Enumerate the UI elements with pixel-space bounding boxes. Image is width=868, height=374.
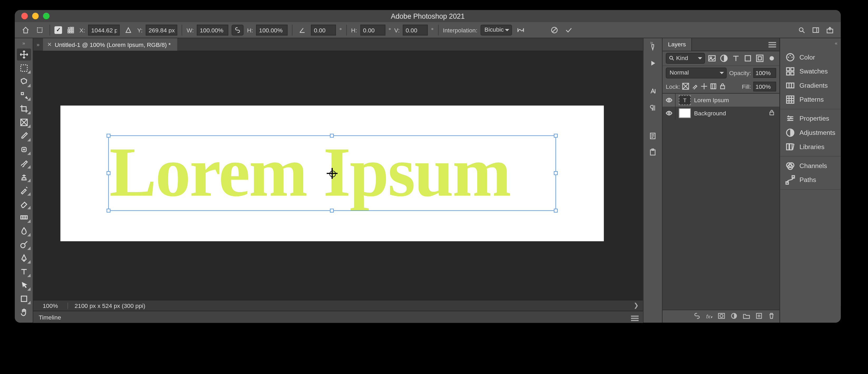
home-icon[interactable]: [20, 25, 31, 35]
document-info[interactable]: 2100 px x 524 px (300 ppi): [68, 302, 629, 309]
tabs-chevron[interactable]: »: [33, 38, 43, 50]
layers-panel-menu-icon[interactable]: [769, 38, 779, 50]
document-tab[interactable]: ✕ Untitled-1 @ 100% (Lorem Ipsum, RGB/8)…: [43, 38, 177, 50]
link-wh-button[interactable]: [232, 25, 244, 35]
opacity-field[interactable]: [753, 68, 776, 78]
layers-tab[interactable]: Layers: [662, 38, 692, 50]
hand-tool[interactable]: [17, 306, 31, 318]
interpolation-select[interactable]: Bicubic: [481, 25, 512, 35]
canvas[interactable]: Lorem Ipsum: [33, 52, 643, 300]
notes-panel-icon[interactable]: [647, 131, 658, 141]
filter-toggle-icon[interactable]: [767, 54, 776, 63]
h-field[interactable]: [256, 25, 288, 35]
filter-shape-icon[interactable]: [744, 54, 752, 63]
mask-icon[interactable]: [718, 312, 725, 321]
visibility-toggle[interactable]: [662, 94, 676, 106]
transform-tool-icon[interactable]: [34, 25, 45, 35]
paragraph-panel-icon[interactable]: [647, 102, 658, 113]
info-chevron-icon[interactable]: ❯: [629, 302, 643, 309]
history-brush-tool[interactable]: [17, 184, 31, 196]
handle-rm[interactable]: [554, 171, 558, 175]
y-field[interactable]: [146, 25, 178, 35]
pen-tool[interactable]: [17, 252, 31, 264]
handle-tm[interactable]: [330, 134, 334, 137]
link-layers-icon[interactable]: [694, 312, 701, 321]
angle-field[interactable]: [311, 25, 336, 35]
clipboard-panel-icon[interactable]: [647, 147, 658, 158]
filter-kind-select[interactable]: Kind: [666, 53, 705, 64]
hskew-field[interactable]: [361, 25, 385, 35]
filter-adjust-icon[interactable]: [719, 54, 728, 63]
zoom-window-button[interactable]: [43, 13, 50, 19]
marquee-tool[interactable]: [17, 62, 31, 74]
panel-gradients[interactable]: Gradients: [780, 78, 841, 93]
fill-field[interactable]: [753, 82, 776, 91]
close-window-button[interactable]: [21, 13, 28, 19]
vskew-field[interactable]: [403, 25, 428, 35]
pivot-point-icon[interactable]: [328, 169, 336, 177]
timeline-panel[interactable]: Timeline: [33, 311, 643, 322]
brush-tool[interactable]: [17, 157, 31, 169]
panel-paths[interactable]: Paths: [780, 173, 841, 187]
eraser-tool[interactable]: [17, 198, 31, 210]
warp-icon[interactable]: [515, 25, 526, 35]
gradient-tool[interactable]: [17, 211, 31, 223]
lasso-tool[interactable]: [17, 76, 31, 88]
delta-icon[interactable]: [123, 25, 134, 35]
layer-row[interactable]: T Lorem Ipsum: [662, 94, 779, 106]
panel-properties[interactable]: Properties: [780, 111, 841, 126]
commit-transform-icon[interactable]: [563, 25, 574, 35]
blend-mode-select[interactable]: Normal: [666, 67, 727, 78]
reference-point-icon[interactable]: [65, 25, 76, 35]
fx-icon[interactable]: fx▾: [706, 313, 712, 319]
type-tool[interactable]: [17, 266, 31, 278]
strip-chevron[interactable]: »: [650, 39, 653, 45]
lock-artboard-icon[interactable]: [710, 82, 717, 91]
panel-swatches[interactable]: Swatches: [780, 64, 841, 78]
panel-adjustments[interactable]: Adjustments: [780, 126, 841, 140]
shape-tool[interactable]: [17, 293, 31, 305]
filter-pixel-icon[interactable]: [708, 54, 716, 63]
crop-tool[interactable]: [17, 103, 31, 114]
handle-tr[interactable]: [554, 134, 558, 137]
adjustment-layer-icon[interactable]: [731, 312, 738, 321]
timeline-menu-icon[interactable]: [631, 313, 640, 320]
workspace-icon[interactable]: [810, 25, 821, 35]
panel-color[interactable]: Color: [780, 50, 841, 65]
search-icon[interactable]: [796, 25, 807, 35]
filter-smart-icon[interactable]: [755, 54, 764, 63]
handle-br[interactable]: [554, 209, 558, 212]
cancel-transform-icon[interactable]: [549, 25, 559, 35]
transform-selection[interactable]: Lorem Ipsum: [110, 136, 555, 210]
panel-libraries[interactable]: Libraries: [780, 140, 841, 154]
dodge-tool[interactable]: [17, 239, 31, 250]
blur-tool[interactable]: [17, 225, 31, 237]
character-panel-icon[interactable]: [647, 86, 658, 97]
new-layer-icon[interactable]: [755, 312, 763, 321]
lock-position-icon[interactable]: [701, 82, 708, 91]
clone-stamp-tool[interactable]: [17, 171, 31, 182]
w-field[interactable]: [197, 25, 228, 35]
handle-bm[interactable]: [330, 209, 334, 212]
share-icon[interactable]: [825, 25, 835, 35]
handle-lm[interactable]: [106, 171, 110, 175]
visibility-toggle[interactable]: [662, 107, 676, 120]
x-field[interactable]: [88, 25, 120, 35]
quick-select-tool[interactable]: [17, 89, 31, 101]
panel-patterns[interactable]: Patterns: [780, 93, 841, 107]
lock-image-icon[interactable]: [692, 82, 699, 91]
auto-select-checkbox[interactable]: ✓: [54, 26, 62, 34]
close-tab-icon[interactable]: ✕: [47, 42, 52, 48]
lock-icon[interactable]: [769, 109, 775, 117]
minimize-window-button[interactable]: [32, 13, 39, 19]
lock-transparent-icon[interactable]: [682, 82, 689, 91]
path-select-tool[interactable]: [17, 279, 31, 291]
panel-channels[interactable]: Channels: [780, 159, 841, 173]
group-icon[interactable]: [743, 312, 750, 321]
lock-all-icon[interactable]: [719, 82, 726, 91]
eyedropper-tool[interactable]: [17, 130, 31, 142]
frame-tool[interactable]: [17, 116, 31, 128]
zoom-level[interactable]: 100%: [33, 302, 68, 309]
right-strip-chevron[interactable]: «: [780, 40, 841, 46]
healing-brush-tool[interactable]: [17, 143, 31, 156]
